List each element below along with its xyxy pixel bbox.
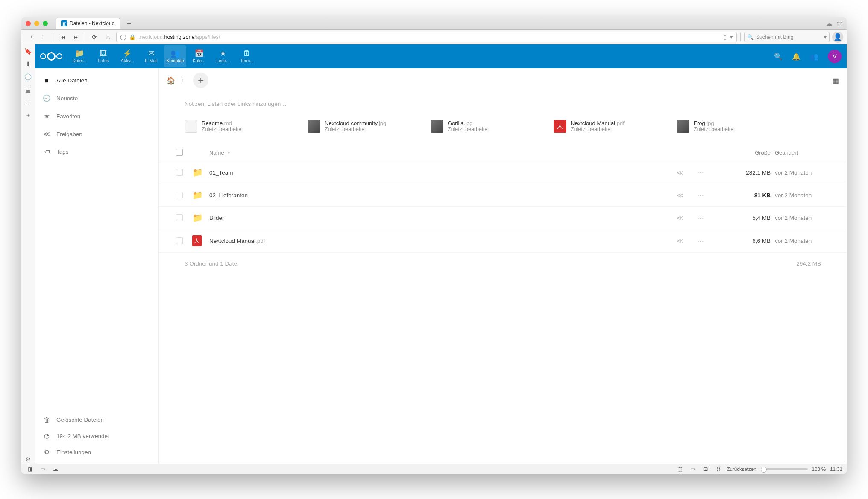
more-actions-button[interactable]: ⋯ xyxy=(690,169,711,177)
sidebar-item-gear[interactable]: ⚙Einstellungen xyxy=(35,444,158,460)
sidebar-item-label: Freigaben xyxy=(56,131,82,137)
app-image[interactable]: 🖼Fotos xyxy=(92,45,114,67)
app-star[interactable]: ★Lese... xyxy=(212,45,234,67)
share-button[interactable]: ≪ xyxy=(670,237,690,245)
history-icon[interactable]: 🕘 xyxy=(24,73,32,81)
app-mail[interactable]: ✉E-Mail xyxy=(140,45,162,67)
users-icon: 👥 xyxy=(170,50,180,57)
first-page-button[interactable]: ⏮ xyxy=(57,32,68,43)
recent-files: Readme.md Zuletzt bearbeitet Nextcloud c… xyxy=(159,116,847,144)
reset-zoom-button[interactable]: Zurücksetzen xyxy=(727,467,757,472)
bookmarks-icon[interactable]: 🔖 xyxy=(24,47,32,55)
forward-button[interactable]: 〉 xyxy=(38,32,50,43)
column-modified[interactable]: Geändert xyxy=(775,149,839,156)
file-row[interactable]: 人 Nextcloud Manual.pdf ≪ ⋯ 6,6 MB vor 2 … xyxy=(159,229,847,253)
browser-tab[interactable]: ◧ Dateien - Nextcloud xyxy=(56,18,120,29)
app-folder[interactable]: 📁Datei... xyxy=(68,45,91,67)
file-row[interactable]: 📁 02_Lieferanten ≪ ⋯ 81 KB vor 2 Monaten xyxy=(159,184,847,207)
new-file-button[interactable]: ＋ xyxy=(193,73,208,88)
tiling-icon[interactable]: ▭ xyxy=(38,465,47,473)
search-icon[interactable]: 🔍 xyxy=(774,52,783,61)
app-users[interactable]: 👥Kontakte xyxy=(164,45,186,67)
row-checkbox[interactable] xyxy=(176,237,183,244)
app-calendar[interactable]: 📅Kale... xyxy=(188,45,210,67)
bookmark-icon[interactable]: ▯ xyxy=(724,34,727,40)
recent-name: Nextcloud Manual.pdf xyxy=(571,120,625,126)
summary-count: 3 Ordner und 1 Datei xyxy=(185,260,238,267)
nextcloud-logo[interactable] xyxy=(40,52,62,61)
breadcrumb-home-icon[interactable]: 🏠 xyxy=(167,76,175,85)
profile-button[interactable]: 👤 xyxy=(832,32,843,43)
sync-cloud-icon[interactable]: ☁ xyxy=(51,465,60,473)
maximize-window-button[interactable] xyxy=(43,21,48,26)
recent-item[interactable]: Nextcloud community.jpg Zuletzt bearbeit… xyxy=(308,120,414,133)
search-box[interactable]: 🔍 Suchen mit Bing ▾ xyxy=(744,32,830,42)
address-bar[interactable]: ◯ 🔒 .nextcloud.hosting.zone/apps/files/ … xyxy=(116,32,737,42)
recent-item[interactable]: Readme.md Zuletzt bearbeitet xyxy=(185,120,291,133)
file-row[interactable]: 📁 Bilder ≪ ⋯ 5,4 MB vor 2 Monaten xyxy=(159,207,847,229)
search-dropdown-icon[interactable]: ▾ xyxy=(824,34,827,40)
dropdown-icon[interactable]: ▾ xyxy=(730,34,733,40)
tracking-shield-icon[interactable]: ◯ xyxy=(120,34,126,40)
recent-item[interactable]: 人 Nextcloud Manual.pdf Zuletzt bearbeite… xyxy=(554,120,660,133)
settings-gear-icon[interactable]: ⚙ xyxy=(24,455,32,464)
panel-icon[interactable]: ▭ xyxy=(24,98,32,107)
image-icon[interactable]: 🖼 xyxy=(701,465,710,473)
sidebar-item-clock[interactable]: 🕘Neueste xyxy=(35,89,158,107)
capture-icon[interactable]: ⬚ xyxy=(676,465,684,473)
notes-input[interactable]: Notizen, Listen oder Links hinzufügen… xyxy=(159,92,847,116)
close-window-button[interactable] xyxy=(26,21,31,26)
notifications-icon[interactable]: 🔔 xyxy=(792,52,801,61)
trash-icon: 🗑 xyxy=(43,416,50,423)
date-icon: 🗓 xyxy=(243,50,251,57)
home-button[interactable]: ⌂ xyxy=(103,32,114,43)
recent-item[interactable]: Frog.jpg Zuletzt bearbeitet xyxy=(677,120,783,133)
app-switcher: 📁Datei...🖼Fotos⚡Aktiv...✉E-Mail👥Kontakte… xyxy=(68,45,258,67)
app-bolt[interactable]: ⚡Aktiv... xyxy=(116,45,138,67)
row-checkbox[interactable] xyxy=(176,169,183,176)
add-panel-icon[interactable]: ＋ xyxy=(24,111,32,120)
more-actions-button[interactable]: ⋯ xyxy=(690,237,711,245)
more-actions-button[interactable]: ⋯ xyxy=(690,191,711,199)
column-name[interactable]: Name▾ xyxy=(209,149,670,156)
reader-icon[interactable]: ▤ xyxy=(24,85,32,94)
row-checkbox[interactable] xyxy=(176,214,183,221)
trash-icon[interactable]: 🗑 xyxy=(836,20,842,27)
breadcrumb-separator-icon: 〉 xyxy=(180,75,188,85)
grid-view-toggle[interactable]: ▦ xyxy=(833,76,839,85)
row-checkbox[interactable] xyxy=(176,192,183,198)
user-avatar[interactable]: V xyxy=(828,50,842,63)
cloud-sync-icon[interactable]: ☁ xyxy=(826,20,832,27)
sidebar-item-share[interactable]: ≪Freigaben xyxy=(35,125,158,143)
share-button[interactable]: ≪ xyxy=(670,169,690,177)
select-all-checkbox[interactable] xyxy=(176,149,183,156)
contacts-icon[interactable]: 👥 xyxy=(810,52,818,61)
file-row[interactable]: 📁 01_Team ≪ ⋯ 282,1 MB vor 2 Monaten xyxy=(159,161,847,184)
share-button[interactable]: ≪ xyxy=(670,214,690,222)
sidebar-item-pie[interactable]: ◔194.2 MB verwendet xyxy=(35,428,158,444)
last-page-button[interactable]: ⏭ xyxy=(70,32,82,43)
new-tab-button[interactable]: ＋ xyxy=(124,19,134,28)
app-date[interactable]: 🗓Term... xyxy=(236,45,258,67)
search-engine-icon: 🔍 xyxy=(747,34,754,40)
share-button[interactable]: ≪ xyxy=(670,191,690,199)
downloads-icon[interactable]: ⬇ xyxy=(24,60,32,68)
sidebar-item-star[interactable]: ★Favoriten xyxy=(35,107,158,125)
panel-toggle-icon[interactable]: ◨ xyxy=(26,465,34,473)
sidebar-item-tag[interactable]: 🏷Tags xyxy=(35,143,158,160)
sidebar-item-trash[interactable]: 🗑Gelöschte Dateien xyxy=(35,412,158,428)
share-icon: ≪ xyxy=(43,130,50,138)
minimize-window-button[interactable] xyxy=(34,21,39,26)
zoom-slider[interactable] xyxy=(761,468,808,470)
sidebar-item-label: Neueste xyxy=(56,95,78,102)
sidebar-item-folder[interactable]: ■Alle Dateien xyxy=(35,72,158,89)
files-main: 🏠 〉 ＋ ▦ Notizen, Listen oder Links hinzu… xyxy=(159,68,847,464)
recent-item[interactable]: Gorilla.jpg Zuletzt bearbeitet xyxy=(431,120,537,133)
back-button[interactable]: 〈 xyxy=(25,32,36,43)
devtools-icon[interactable]: ⟨⟩ xyxy=(714,465,723,473)
window-icon[interactable]: ▭ xyxy=(689,465,697,473)
sidebar-item-label: Alle Dateien xyxy=(56,77,88,84)
more-actions-button[interactable]: ⋯ xyxy=(690,214,711,222)
reload-button[interactable]: ⟳ xyxy=(89,32,100,43)
column-size[interactable]: Größe xyxy=(711,149,775,156)
